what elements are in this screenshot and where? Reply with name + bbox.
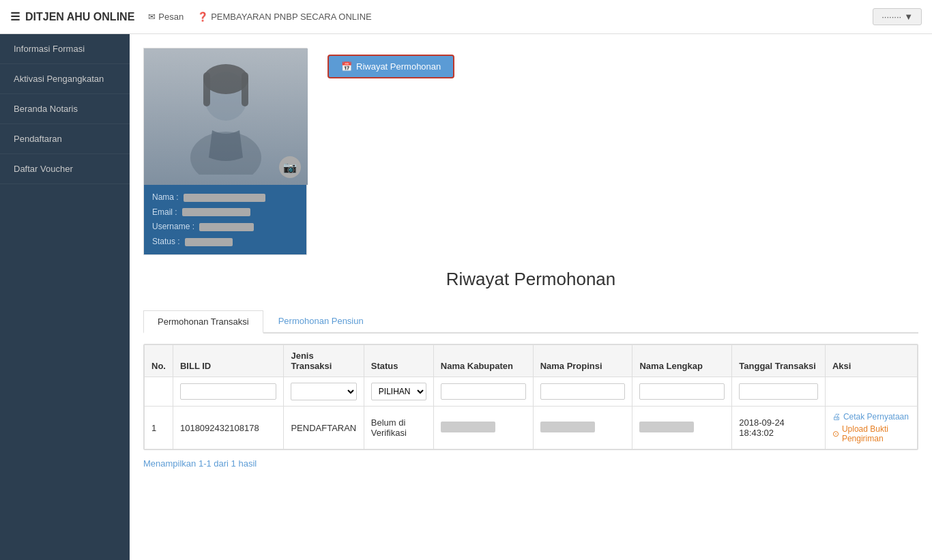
- filter-status: PILIHAN: [364, 377, 433, 407]
- bill-id-filter-input[interactable]: [180, 383, 276, 400]
- status-label: Status :: [152, 237, 180, 246]
- nama-kabupaten-blurred: [441, 422, 495, 432]
- cell-nama-propinsi: [533, 407, 632, 450]
- tab-label: Permohonan Transaksi: [158, 316, 249, 327]
- sidebar: Informasi Formasi Aktivasi Pengangkatan …: [0, 34, 130, 560]
- pembayaran-label: PEMBAYARAN PNBP SECARA ONLINE: [211, 12, 372, 22]
- email-value-blurred: [182, 208, 250, 216]
- sidebar-label: Pendaftaran: [14, 134, 62, 144]
- user-menu: ········ ▼: [873, 8, 922, 25]
- action-links: 🖨 Cetak Pernyataan ⊙ Upload Bukti Pengir…: [832, 412, 910, 443]
- email-label: Email :: [152, 207, 177, 217]
- profile-status: Status :: [152, 235, 298, 250]
- question-icon: ❓: [197, 12, 208, 22]
- hamburger-icon[interactable]: ☰: [10, 10, 20, 23]
- profile-photo: 📷: [144, 48, 308, 185]
- jenis-transaksi-filter-select[interactable]: [291, 383, 356, 400]
- filter-bill-id: [173, 377, 283, 407]
- tanggal-filter-input[interactable]: [739, 383, 818, 400]
- nama-lengkap-blurred: [639, 422, 694, 432]
- profile-info: Nama : Email : Username : Status :: [144, 185, 306, 254]
- table-wrapper: No. BILL ID Jenis Transaksi Status Nama …: [143, 344, 918, 450]
- silhouette-icon: [178, 59, 274, 175]
- filter-nama-kabupaten: [433, 377, 533, 407]
- pesan-link[interactable]: ✉ Pesan: [148, 12, 184, 22]
- pembayaran-link[interactable]: ❓ PEMBAYARAN PNBP SECARA ONLINE: [197, 12, 372, 22]
- sidebar-label: Beranda Notaris: [14, 104, 78, 114]
- brand: ☰ DITJEN AHU ONLINE: [10, 10, 134, 23]
- filter-jenis-transaksi: [284, 377, 364, 407]
- tabs-container: Permohonan Transaksi Permohonan Pensiun: [143, 310, 918, 334]
- user-button[interactable]: ········ ▼: [873, 8, 922, 25]
- filter-nama-propinsi: [533, 377, 632, 407]
- navbar: ☰ DITJEN AHU ONLINE ✉ Pesan ❓ PEMBAYARAN…: [0, 0, 932, 34]
- nama-propinsi-filter-input[interactable]: [540, 383, 626, 400]
- cetak-label: Cetak Pernyataan: [843, 412, 909, 422]
- main-content: 📷 Nama : Email : Username : Status :: [130, 34, 932, 560]
- sidebar-label: Informasi Formasi: [14, 44, 85, 54]
- brand-name: DITJEN AHU ONLINE: [25, 11, 134, 23]
- sidebar-label: Aktivasi Pengangkatan: [14, 74, 104, 84]
- tanggal-value: 2018-09-24: [739, 417, 818, 428]
- nama-lengkap-filter-input[interactable]: [639, 383, 725, 400]
- status-value: Belum di Verifikasi: [371, 417, 407, 438]
- page-title: Riwayat Permohonan: [143, 269, 918, 290]
- sidebar-item-pendaftaran[interactable]: Pendaftaran: [0, 124, 130, 154]
- status-filter-select[interactable]: PILIHAN: [371, 383, 426, 400]
- row-number: 1: [151, 423, 156, 433]
- calendar-icon: 📅: [341, 61, 352, 72]
- col-no: No.: [145, 345, 173, 377]
- pagination-text: Menampilkan 1-1 dari 1 hasil: [143, 458, 257, 469]
- svg-rect-3: [242, 72, 248, 106]
- pagination-info: Menampilkan 1-1 dari 1 hasil: [143, 458, 918, 469]
- cell-aksi: 🖨 Cetak Pernyataan ⊙ Upload Bukti Pengir…: [825, 407, 917, 450]
- filter-tanggal: [732, 377, 826, 407]
- jenis-transaksi-value: PENDAFTARAN: [291, 423, 356, 433]
- table-row: 1 1018092432108178 PENDAFTARAN Belum di …: [145, 407, 918, 450]
- col-nama-kabupaten: Nama Kabupaten: [433, 345, 533, 377]
- envelope-icon: ✉: [148, 12, 156, 22]
- cell-nama-kabupaten: [433, 407, 533, 450]
- sidebar-item-beranda-notaris[interactable]: Beranda Notaris: [0, 94, 130, 124]
- filter-no: [145, 377, 173, 407]
- table-filter-row: PILIHAN: [145, 377, 918, 407]
- tab-permohonan-pensiun[interactable]: Permohonan Pensiun: [265, 310, 377, 332]
- username-value-blurred: [199, 223, 254, 231]
- user-name: ········: [882, 12, 901, 22]
- cell-nama-lengkap: [632, 407, 732, 450]
- sidebar-item-aktivasi-pengangkatan[interactable]: Aktivasi Pengangkatan: [0, 64, 130, 94]
- tab-label: Permohonan Pensiun: [278, 316, 364, 326]
- riwayat-button-label: Riwayat Permohonan: [356, 61, 441, 72]
- nama-propinsi-blurred: [540, 422, 595, 432]
- cetak-pernyataan-link[interactable]: 🖨 Cetak Pernyataan: [832, 412, 910, 422]
- filter-aksi: [825, 377, 917, 407]
- profile-card: 📷 Nama : Email : Username : Status :: [143, 48, 307, 255]
- cell-status: Belum di Verifikasi: [364, 407, 433, 450]
- nama-label: Nama :: [152, 192, 179, 202]
- riwayat-permohonan-button[interactable]: 📅 Riwayat Permohonan: [327, 55, 454, 78]
- camera-icon[interactable]: 📷: [279, 156, 301, 178]
- profile-email: Email :: [152, 205, 298, 220]
- riwayat-btn-section: 📅 Riwayat Permohonan: [327, 48, 918, 78]
- chevron-down-icon: ▼: [904, 12, 913, 22]
- upload-bukti-link[interactable]: ⊙ Upload Bukti Pengiriman: [832, 424, 910, 443]
- printer-icon: 🖨: [832, 412, 841, 422]
- upload-icon: ⊙: [832, 429, 839, 439]
- nama-kabupaten-filter-input[interactable]: [441, 383, 526, 400]
- sidebar-item-informasi-formasi[interactable]: Informasi Formasi: [0, 34, 130, 64]
- tab-permohonan-transaksi[interactable]: Permohonan Transaksi: [143, 310, 263, 334]
- cell-jenis-transaksi: PENDAFTARAN: [284, 407, 364, 450]
- status-value-blurred: [185, 238, 233, 246]
- username-label: Username :: [152, 222, 194, 231]
- transactions-table: No. BILL ID Jenis Transaksi Status Nama …: [144, 344, 918, 450]
- col-aksi: Aksi: [825, 345, 917, 377]
- pesan-label: Pesan: [158, 12, 184, 22]
- cell-tanggal-transaksi: 2018-09-24 18:43:02: [732, 407, 826, 450]
- nama-value-blurred: [184, 194, 265, 202]
- sidebar-item-daftar-voucher[interactable]: Daftar Voucher: [0, 154, 130, 184]
- profile-section: 📷 Nama : Email : Username : Status :: [143, 48, 918, 255]
- table-header-row: No. BILL ID Jenis Transaksi Status Nama …: [145, 345, 918, 377]
- profile-username: Username :: [152, 220, 298, 235]
- cell-bill-id: 1018092432108178: [173, 407, 283, 450]
- col-nama-propinsi: Nama Propinsi: [533, 345, 632, 377]
